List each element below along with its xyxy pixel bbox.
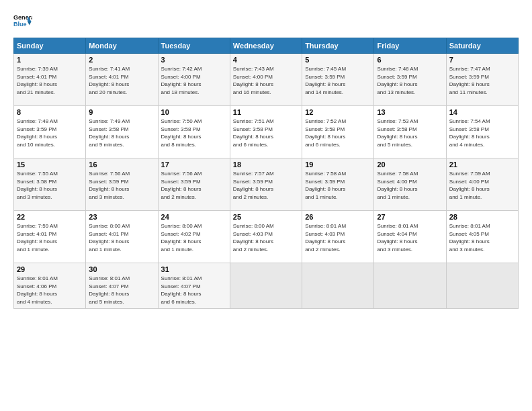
day-number: 25 — [233, 213, 299, 221]
day-number: 5 — [305, 56, 371, 64]
weekday-sunday: Sunday — [14, 38, 86, 54]
calendar-cell: 16Sunrise: 7:56 AMSunset: 3:59 PMDayligh… — [86, 158, 158, 211]
calendar-cell — [446, 263, 518, 309]
calendar-week-2: 8Sunrise: 7:48 AMSunset: 3:59 PMDaylight… — [14, 106, 519, 158]
day-number: 9 — [89, 108, 154, 116]
day-number: 10 — [161, 108, 227, 116]
day-info: Sunrise: 8:01 AMSunset: 4:04 PMDaylight:… — [377, 222, 443, 253]
day-info: Sunrise: 8:01 AMSunset: 4:06 PMDaylight:… — [17, 275, 83, 306]
calendar-cell: 5Sunrise: 7:45 AMSunset: 3:59 PMDaylight… — [302, 54, 374, 106]
day-number: 3 — [161, 56, 227, 64]
calendar-cell: 7Sunrise: 7:47 AMSunset: 3:59 PMDaylight… — [446, 54, 518, 106]
weekday-saturday: Saturday — [446, 38, 518, 54]
day-number: 7 — [449, 56, 515, 64]
calendar-cell: 2Sunrise: 7:41 AMSunset: 4:01 PMDaylight… — [86, 54, 158, 106]
calendar-cell: 13Sunrise: 7:53 AMSunset: 3:58 PMDayligh… — [374, 106, 446, 158]
day-info: Sunrise: 8:01 AMSunset: 4:05 PMDaylight:… — [449, 222, 515, 253]
calendar-cell — [374, 263, 446, 309]
calendar-cell: 18Sunrise: 7:57 AMSunset: 3:59 PMDayligh… — [230, 158, 302, 211]
day-info: Sunrise: 7:50 AMSunset: 3:58 PMDaylight:… — [161, 118, 227, 148]
day-info: Sunrise: 8:01 AMSunset: 4:07 PMDaylight:… — [161, 275, 227, 306]
day-info: Sunrise: 7:52 AMSunset: 3:58 PMDaylight:… — [305, 118, 371, 148]
weekday-header-row: SundayMondayTuesdayWednesdayThursdayFrid… — [14, 38, 519, 54]
calendar-cell: 27Sunrise: 8:01 AMSunset: 4:04 PMDayligh… — [374, 211, 446, 263]
day-info: Sunrise: 8:01 AMSunset: 4:03 PMDaylight:… — [305, 222, 371, 253]
day-number: 24 — [161, 213, 227, 221]
day-number: 28 — [449, 213, 515, 221]
calendar-cell: 28Sunrise: 8:01 AMSunset: 4:05 PMDayligh… — [446, 211, 518, 263]
day-number: 1 — [17, 56, 83, 64]
day-info: Sunrise: 7:49 AMSunset: 3:58 PMDaylight:… — [89, 118, 154, 148]
calendar-cell: 21Sunrise: 7:59 AMSunset: 4:00 PMDayligh… — [446, 158, 518, 211]
calendar-cell: 25Sunrise: 8:00 AMSunset: 4:03 PMDayligh… — [230, 211, 302, 263]
day-info: Sunrise: 7:56 AMSunset: 3:59 PMDaylight:… — [89, 170, 154, 201]
calendar-cell: 14Sunrise: 7:54 AMSunset: 3:58 PMDayligh… — [446, 106, 518, 158]
calendar-cell: 10Sunrise: 7:50 AMSunset: 3:58 PMDayligh… — [158, 106, 230, 158]
day-info: Sunrise: 7:58 AMSunset: 3:59 PMDaylight:… — [305, 170, 371, 201]
day-number: 19 — [305, 161, 371, 169]
day-number: 26 — [305, 213, 371, 221]
svg-text:Blue: Blue — [13, 21, 27, 28]
weekday-tuesday: Tuesday — [158, 38, 230, 54]
calendar-cell: 8Sunrise: 7:48 AMSunset: 3:59 PMDaylight… — [14, 106, 86, 158]
day-info: Sunrise: 7:47 AMSunset: 3:59 PMDaylight:… — [449, 65, 515, 96]
calendar-cell: 1Sunrise: 7:39 AMSunset: 4:01 PMDaylight… — [14, 54, 86, 106]
day-number: 12 — [305, 108, 371, 116]
calendar-week-5: 29Sunrise: 8:01 AMSunset: 4:06 PMDayligh… — [14, 263, 519, 309]
day-info: Sunrise: 8:00 AMSunset: 4:02 PMDaylight:… — [161, 222, 227, 253]
calendar-week-1: 1Sunrise: 7:39 AMSunset: 4:01 PMDaylight… — [14, 54, 519, 106]
day-number: 17 — [161, 161, 227, 169]
day-info: Sunrise: 7:46 AMSunset: 3:59 PMDaylight:… — [377, 65, 443, 96]
calendar-cell: 12Sunrise: 7:52 AMSunset: 3:58 PMDayligh… — [302, 106, 374, 158]
calendar-cell — [302, 263, 374, 309]
day-info: Sunrise: 7:57 AMSunset: 3:59 PMDaylight:… — [233, 170, 299, 201]
weekday-thursday: Thursday — [302, 38, 374, 54]
day-info: Sunrise: 7:56 AMSunset: 3:59 PMDaylight:… — [161, 170, 227, 201]
weekday-monday: Monday — [86, 38, 158, 54]
calendar-week-3: 15Sunrise: 7:55 AMSunset: 3:58 PMDayligh… — [14, 158, 519, 211]
calendar-cell: 3Sunrise: 7:42 AMSunset: 4:00 PMDaylight… — [158, 54, 230, 106]
calendar-cell — [230, 263, 302, 309]
day-info: Sunrise: 7:54 AMSunset: 3:58 PMDaylight:… — [449, 118, 515, 148]
day-number: 15 — [17, 161, 83, 169]
calendar-cell: 23Sunrise: 8:00 AMSunset: 4:01 PMDayligh… — [86, 211, 158, 263]
calendar-cell: 15Sunrise: 7:55 AMSunset: 3:58 PMDayligh… — [14, 158, 86, 211]
weekday-wednesday: Wednesday — [230, 38, 302, 54]
day-number: 18 — [233, 161, 299, 169]
day-number: 23 — [89, 213, 154, 221]
day-number: 30 — [89, 265, 154, 273]
calendar-cell: 20Sunrise: 7:58 AMSunset: 4:00 PMDayligh… — [374, 158, 446, 211]
logo-icon: General Blue — [13, 12, 32, 31]
calendar-cell: 11Sunrise: 7:51 AMSunset: 3:58 PMDayligh… — [230, 106, 302, 158]
calendar-cell: 30Sunrise: 8:01 AMSunset: 4:07 PMDayligh… — [86, 263, 158, 309]
day-number: 31 — [161, 265, 227, 273]
calendar-cell: 6Sunrise: 7:46 AMSunset: 3:59 PMDaylight… — [374, 54, 446, 106]
day-info: Sunrise: 8:01 AMSunset: 4:07 PMDaylight:… — [89, 275, 154, 306]
day-number: 8 — [17, 108, 83, 116]
day-info: Sunrise: 7:41 AMSunset: 4:01 PMDaylight:… — [89, 65, 154, 96]
day-number: 16 — [89, 161, 154, 169]
day-number: 6 — [377, 56, 443, 64]
calendar-cell: 19Sunrise: 7:58 AMSunset: 3:59 PMDayligh… — [302, 158, 374, 211]
calendar-cell: 29Sunrise: 8:01 AMSunset: 4:06 PMDayligh… — [14, 263, 86, 309]
day-info: Sunrise: 7:59 AMSunset: 4:01 PMDaylight:… — [17, 222, 83, 253]
day-number: 4 — [233, 56, 299, 64]
day-info: Sunrise: 7:43 AMSunset: 4:00 PMDaylight:… — [233, 65, 299, 96]
day-info: Sunrise: 8:00 AMSunset: 4:01 PMDaylight:… — [89, 222, 154, 253]
day-info: Sunrise: 7:59 AMSunset: 4:00 PMDaylight:… — [449, 170, 515, 201]
day-info: Sunrise: 7:53 AMSunset: 3:58 PMDaylight:… — [377, 118, 443, 148]
day-number: 11 — [233, 108, 299, 116]
day-info: Sunrise: 7:45 AMSunset: 3:59 PMDaylight:… — [305, 65, 371, 96]
day-info: Sunrise: 8:00 AMSunset: 4:03 PMDaylight:… — [233, 222, 299, 253]
svg-marker-3 — [28, 21, 32, 26]
calendar-cell: 9Sunrise: 7:49 AMSunset: 3:58 PMDaylight… — [86, 106, 158, 158]
calendar-cell: 24Sunrise: 8:00 AMSunset: 4:02 PMDayligh… — [158, 211, 230, 263]
day-number: 21 — [449, 161, 515, 169]
day-info: Sunrise: 7:42 AMSunset: 4:00 PMDaylight:… — [161, 65, 227, 96]
header: General Blue — [13, 12, 519, 31]
day-number: 2 — [89, 56, 154, 64]
calendar-week-4: 22Sunrise: 7:59 AMSunset: 4:01 PMDayligh… — [14, 211, 519, 263]
day-number: 22 — [17, 213, 83, 221]
day-info: Sunrise: 7:39 AMSunset: 4:01 PMDaylight:… — [17, 65, 83, 96]
day-number: 13 — [377, 108, 443, 116]
